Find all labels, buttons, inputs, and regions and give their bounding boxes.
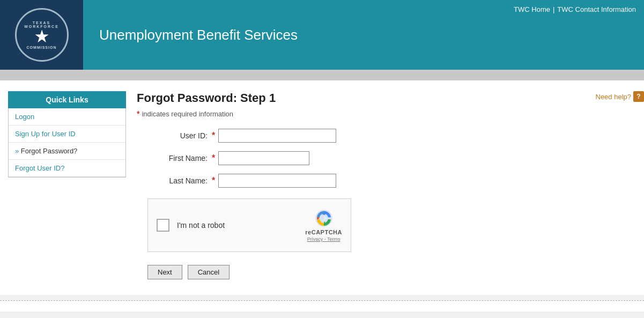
twc-home-link[interactable]: TWC Home: [514, 5, 550, 13]
captcha-left: I'm not a robot: [157, 219, 225, 232]
first-name-label: First Name:: [147, 154, 212, 162]
sidebar-links: Logon Sign Up for User ID Forgot Passwor…: [8, 108, 126, 178]
sidebar-item-forgot-userid[interactable]: Forgot User ID?: [9, 160, 125, 177]
sidebar: Quick Links Logon Sign Up for User ID Fo…: [0, 91, 126, 284]
gray-bar: [0, 70, 644, 80]
recaptcha-brand-text: reCAPTCHA: [305, 229, 342, 235]
logo-circle: TEXAS WORKFORCE ★ COMMISSION: [15, 8, 69, 62]
captcha-checkbox[interactable]: [157, 219, 169, 232]
need-help-area: Need help? ?: [596, 91, 645, 102]
site-title: Unemployment Benefit Services: [99, 27, 298, 43]
form-area: User ID: * First Name: * Last Name: *: [147, 129, 633, 188]
captcha-right: reCAPTCHA Privacy - Terms: [305, 209, 342, 242]
user-id-input[interactable]: [218, 129, 336, 143]
need-help-link[interactable]: Need help?: [596, 93, 632, 101]
help-icon: ?: [633, 91, 644, 102]
page-title: Forgot Password: Step 1: [137, 91, 633, 105]
nav-divider: |: [553, 5, 554, 13]
first-name-row: First Name: *: [147, 151, 633, 165]
captcha-box: I'm not a robot reCAPTCHA: [147, 198, 351, 252]
user-id-label: User ID:: [147, 131, 212, 140]
next-button[interactable]: Next: [147, 265, 182, 279]
user-id-required-star: *: [212, 131, 215, 140]
logo-text-top: TEXAS WORKFORCE: [17, 21, 67, 28]
required-note: *indicates required information: [137, 109, 633, 118]
sidebar-title: Quick Links: [8, 91, 126, 108]
first-name-required-star: *: [212, 153, 215, 163]
required-star-note: *: [137, 109, 139, 118]
content-area: Need help? ? Forgot Password: Step 1 *in…: [126, 91, 644, 284]
sidebar-item-logon[interactable]: Logon: [9, 108, 125, 125]
cancel-button[interactable]: Cancel: [188, 265, 230, 279]
last-name-label: Last Name:: [147, 176, 212, 185]
logo-area: TEXAS WORKFORCE ★ COMMISSION: [0, 0, 83, 70]
twc-contact-link[interactable]: TWC Contact Information: [557, 5, 636, 13]
first-name-input[interactable]: [218, 151, 309, 165]
button-row: Next Cancel: [147, 265, 633, 279]
captcha-privacy: Privacy - Terms: [307, 236, 340, 242]
last-name-row: Last Name: *: [147, 174, 633, 188]
captcha-label: I'm not a robot: [177, 221, 225, 230]
footer: [0, 300, 644, 312]
captcha-privacy-link[interactable]: Privacy - Terms: [307, 236, 340, 242]
logo-star: ★: [35, 29, 49, 45]
last-name-input[interactable]: [218, 174, 336, 188]
main-container: Quick Links Logon Sign Up for User ID Fo…: [0, 80, 644, 295]
recaptcha-logo-icon: [314, 209, 334, 228]
sidebar-item-signup[interactable]: Sign Up for User ID: [9, 125, 125, 143]
logo-text-bottom: COMMISSION: [27, 46, 57, 49]
user-id-row: User ID: *: [147, 129, 633, 143]
last-name-required-star: *: [212, 176, 215, 186]
sidebar-item-forgot-password[interactable]: Forgot Password?: [9, 143, 125, 160]
